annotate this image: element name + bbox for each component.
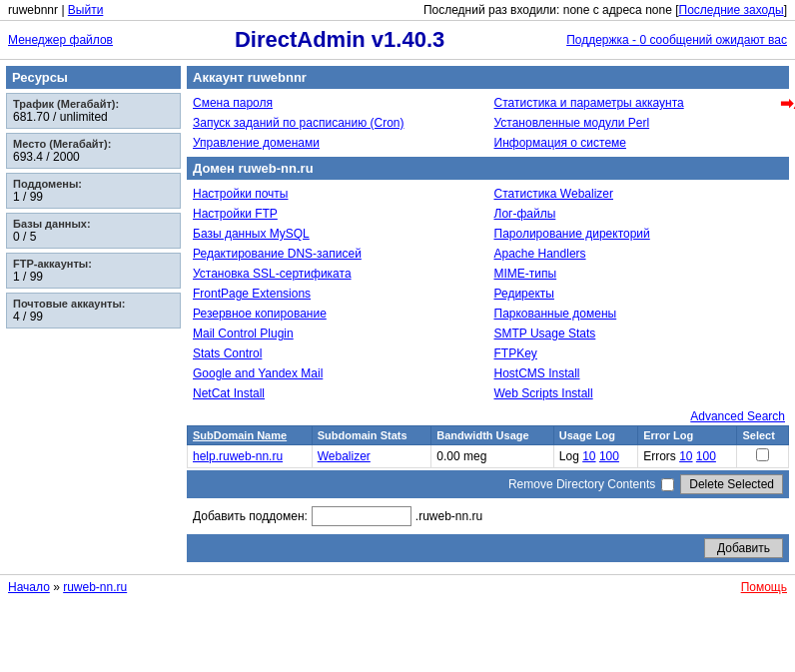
account-section: Аккаунт ruwebnnr Смена пароля Статистика… (187, 66, 789, 153)
bandwidth-cell: 0.00 meg (431, 445, 554, 468)
link-parked[interactable]: Паркованные домены (488, 304, 790, 324)
subdomain-name-cell: help.ruweb-nn.ru (188, 445, 313, 468)
app-version: v1.40.3 (372, 27, 444, 52)
link-google-yandex[interactable]: Google and Yandex Mail (187, 363, 488, 383)
errors-100-link[interactable]: 100 (696, 449, 716, 463)
link-hostcms[interactable]: HostCMS Install (488, 363, 790, 383)
link-domains[interactable]: Управление доменами (187, 133, 488, 153)
link-mail-settings[interactable]: Настройки почты (187, 184, 488, 204)
traffic-label: Трафик (Мегабайт): (13, 98, 174, 110)
sidebar-item-traffic: Трафик (Мегабайт): 681.70 / unlimited (6, 93, 181, 129)
sidebar-item-subdomains: Поддомены: 1 / 99 (6, 173, 181, 209)
remove-contents-checkbox[interactable] (661, 478, 674, 491)
support-link[interactable]: Поддержка - 0 сообщений ожидают вас (566, 33, 787, 47)
advanced-search-link[interactable]: Advanced Search (690, 409, 785, 423)
link-apache-handlers[interactable]: Apache Handlers (488, 244, 790, 264)
disk-label: Место (Мегабайт): (13, 138, 174, 150)
add-button-row: Добавить (187, 534, 789, 562)
row-checkbox[interactable] (756, 448, 769, 461)
subdomain-link[interactable]: help.ruweb-nn.ru (193, 449, 283, 463)
link-perl[interactable]: Установленные модули Perl (488, 113, 790, 133)
link-ftpkey[interactable]: FTPKey (488, 343, 790, 363)
footer-separator: » (53, 580, 63, 594)
log-10-link[interactable]: 10 (582, 449, 595, 463)
account-links-grid: Смена пароля Статистика и параметры акка… (187, 93, 789, 153)
link-cron[interactable]: Запуск заданий по расписанию (Cron) (187, 113, 488, 133)
content-area: Аккаунт ruwebnnr Смена пароля Статистика… (187, 66, 789, 562)
add-button[interactable]: Добавить (704, 538, 783, 558)
select-cell (737, 445, 789, 468)
domain-section: Домен ruweb-nn.ru Настройки почты Статис… (187, 157, 789, 403)
advanced-search-row: Advanced Search (187, 407, 789, 425)
subdomains-value: 1 / 99 (13, 190, 174, 204)
header-title: DirectAdmin v1.40.3 (235, 27, 444, 53)
th-bandwidth: Bandwidth Usage (431, 426, 554, 445)
filemanager-link[interactable]: Менеджер файлов (8, 33, 113, 47)
link-account-stats[interactable]: Статистика и параметры аккаунта (488, 93, 790, 113)
support-text: Поддержка (566, 33, 629, 47)
traffic-value: 681.70 / unlimited (13, 110, 174, 124)
add-subdomain-label: Добавить поддомен: (193, 509, 308, 523)
table-row: help.ruweb-nn.ru Webalizer 0.00 meg Log … (188, 445, 789, 468)
link-webscripts[interactable]: Web Scripts Install (488, 383, 790, 403)
link-mysql[interactable]: Базы данных MySQL (187, 224, 488, 244)
databases-value: 0 / 5 (13, 230, 174, 244)
support-count: 0 сообщений ожидают вас (639, 33, 787, 47)
errors-10-link[interactable]: 10 (679, 449, 692, 463)
th-select: Select (737, 426, 789, 445)
sidebar-item-databases: Базы данных: 0 / 5 (6, 213, 181, 249)
link-backup[interactable]: Резервное копирование (187, 304, 488, 324)
th-subdomain-name: SubDomain Name (188, 426, 313, 445)
link-netcat[interactable]: NetCat Install (187, 383, 488, 403)
subdomain-table: SubDomain Name Subdomain Stats Bandwidth… (187, 425, 789, 468)
last-logins-link[interactable]: Последние заходы (679, 3, 784, 17)
home-link[interactable]: Начало (8, 580, 50, 594)
databases-label: Базы данных: (13, 218, 174, 230)
footer-left: Начало » ruweb-nn.ru (8, 580, 127, 594)
link-mime[interactable]: MIME-типы (488, 264, 790, 284)
sidebar-item-mail: Почтовые аккаунты: 4 / 99 (6, 293, 181, 329)
help-link[interactable]: Помощь (741, 580, 787, 594)
account-section-header: Аккаунт ruwebnnr (187, 66, 789, 89)
domain-link[interactable]: ruweb-nn.ru (63, 580, 127, 594)
logout-link[interactable]: Выйти (68, 3, 104, 17)
sidebar-item-disk: Место (Мегабайт): 693.4 / 2000 (6, 133, 181, 169)
domain-suffix: .ruweb-nn.ru (415, 509, 482, 523)
link-logfiles[interactable]: Лог-файлы (488, 204, 790, 224)
ftp-value: 1 / 99 (13, 270, 174, 284)
footer: Начало » ruweb-nn.ru Помощь (0, 574, 795, 599)
errors-label: Errors (643, 449, 676, 463)
link-webalizer[interactable]: Статистика Webalizer (488, 184, 790, 204)
error-log-cell: Errors 10 100 (638, 445, 737, 468)
link-dns[interactable]: Редактирование DNS-записей (187, 244, 488, 264)
top-bar-right: Последний раз входили: none с адреса non… (423, 3, 787, 17)
link-mail-control[interactable]: Mail Control Plugin (187, 324, 488, 343)
link-smtp-stats[interactable]: SMTP Usage Stats (488, 324, 790, 343)
link-sysinfo[interactable]: Информация о системе (488, 133, 790, 153)
subdomain-input[interactable] (312, 506, 411, 526)
link-stats-control[interactable]: Stats Control (187, 343, 488, 363)
disk-value: 693.4 / 2000 (13, 150, 174, 164)
remove-row: Remove Directory Contents Delete Selecte… (187, 470, 789, 498)
link-change-password[interactable]: Смена пароля (187, 93, 488, 113)
webalizer-link[interactable]: Webalizer (318, 449, 371, 463)
sidebar: Ресурсы Трафик (Мегабайт): 681.70 / unli… (6, 66, 181, 562)
link-ftp-settings[interactable]: Настройки FTP (187, 204, 488, 224)
link-ssl[interactable]: Установка SSL-сертификата (187, 264, 488, 284)
link-password-dirs[interactable]: Паролирование директорий (488, 224, 790, 244)
log-label: Log (559, 449, 579, 463)
link-redirects[interactable]: Редиректы (488, 284, 790, 304)
red-arrow-icon: ➡⚠ (780, 94, 795, 113)
log-100-link[interactable]: 100 (599, 449, 619, 463)
subdomain-section: Advanced Search SubDomain Name Subdomain… (187, 407, 789, 562)
main-layout: Ресурсы Трафик (Мегабайт): 681.70 / unli… (0, 60, 795, 568)
usage-log-cell: Log 10 100 (553, 445, 637, 468)
arrow-container: Статистика и параметры аккаунта ➡⚠ (488, 93, 790, 113)
domain-section-header: Домен ruweb-nn.ru (187, 157, 789, 180)
header-left: Менеджер файлов (8, 33, 113, 47)
last-login-text: Последний раз входили: none с адреса non… (423, 3, 672, 17)
delete-selected-button[interactable]: Delete Selected (680, 474, 783, 494)
header: Менеджер файлов DirectAdmin v1.40.3 Подд… (0, 21, 795, 60)
link-frontpage[interactable]: FrontPage Extensions (187, 284, 488, 304)
table-header-row: SubDomain Name Subdomain Stats Bandwidth… (188, 426, 789, 445)
